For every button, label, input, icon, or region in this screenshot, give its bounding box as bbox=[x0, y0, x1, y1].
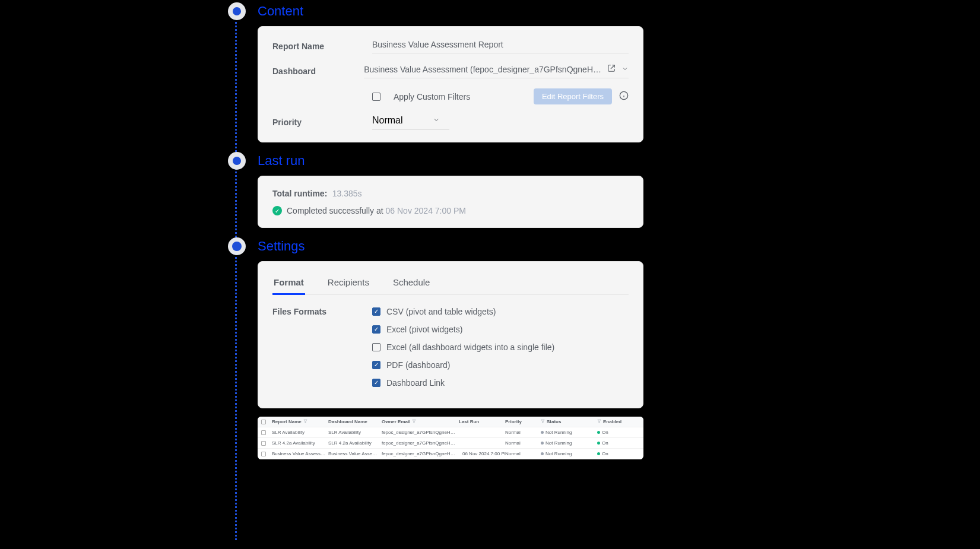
priority-value: Normal bbox=[372, 115, 403, 126]
formats-list: CSV (pivot and table widgets)Excel (pivo… bbox=[372, 307, 629, 396]
table-row[interactable]: SLR AvailabilitySLR Availabilityfepoc_de… bbox=[258, 427, 643, 438]
lastrun-status-text: Completed successfully at bbox=[287, 206, 383, 215]
row-checkbox[interactable] bbox=[261, 441, 266, 446]
status-dot-icon bbox=[541, 442, 544, 445]
col-report-name[interactable]: Report Name bbox=[272, 419, 302, 424]
cell-priority: Normal bbox=[505, 451, 541, 456]
cell-dashboard-name: Business Value Assessment bbox=[328, 451, 382, 456]
chevron-down-icon bbox=[433, 115, 440, 126]
cell-report-name: SLR 4.2a Availability bbox=[272, 440, 328, 446]
priority-select[interactable]: Normal bbox=[372, 114, 449, 130]
cell-priority: Normal bbox=[505, 440, 541, 446]
section-title-content: Content bbox=[258, 2, 643, 19]
section-title-settings: Settings bbox=[258, 237, 643, 254]
cell-report-name: SLR Availability bbox=[272, 430, 328, 435]
col-owner-email[interactable]: Owner Email bbox=[382, 419, 410, 424]
format-label: CSV (pivot and table widgets) bbox=[386, 307, 496, 316]
dashboard-label: Dashboard bbox=[272, 66, 364, 76]
chevron-down-icon[interactable] bbox=[621, 65, 629, 74]
select-all-checkbox[interactable] bbox=[261, 420, 266, 424]
reports-table: Report Name Dashboard Name Owner Email L… bbox=[258, 417, 643, 459]
report-name-input[interactable]: Business Value Assessment Report bbox=[372, 40, 629, 53]
svg-marker-3 bbox=[304, 420, 307, 423]
col-dashboard-name[interactable]: Dashboard Name bbox=[328, 419, 367, 424]
col-enabled[interactable]: Enabled bbox=[603, 419, 621, 424]
tab-schedule[interactable]: Schedule bbox=[392, 274, 432, 294]
cell-priority: Normal bbox=[505, 430, 541, 435]
status-dot-icon bbox=[541, 452, 544, 455]
format-option: PDF (dashboard) bbox=[372, 360, 629, 370]
enabled-dot-icon bbox=[597, 452, 600, 455]
format-label: PDF (dashboard) bbox=[386, 360, 450, 370]
format-checkbox[interactable] bbox=[372, 379, 380, 387]
table-header: Report Name Dashboard Name Owner Email L… bbox=[258, 417, 643, 427]
settings-card: Format Recipients Schedule Files Formats… bbox=[258, 261, 643, 408]
runtime-label: Total runtime: bbox=[272, 189, 327, 198]
format-option: CSV (pivot and table widgets) bbox=[372, 307, 629, 316]
cell-dashboard-name: SLR Availability bbox=[328, 430, 382, 435]
section-title-lastrun: Last run bbox=[258, 152, 643, 169]
filter-icon[interactable] bbox=[412, 419, 416, 424]
format-option: Excel (all dashboard widgets into a sing… bbox=[372, 342, 629, 352]
svg-marker-5 bbox=[541, 420, 544, 423]
cell-owner-email: fepoc_designer_a7GPfsnQgneHdjfkMpLOM… bbox=[382, 440, 459, 446]
cell-owner-email: fepoc_designer_a7GPfsnQgneHdjfkMpLOM… bbox=[382, 451, 459, 456]
format-label: Dashboard Link bbox=[386, 378, 445, 388]
col-status[interactable]: Status bbox=[547, 419, 561, 424]
priority-label: Priority bbox=[272, 118, 372, 127]
format-option: Dashboard Link bbox=[372, 378, 629, 388]
check-circle-icon: ✓ bbox=[272, 206, 282, 215]
cell-report-name: Business Value Assessment Report bbox=[272, 451, 328, 456]
report-name-label: Report Name bbox=[272, 42, 372, 51]
section-bullet-content bbox=[228, 2, 246, 20]
col-last-run[interactable]: Last Run bbox=[459, 419, 479, 424]
content-card: Report Name Business Value Assessment Re… bbox=[258, 26, 643, 142]
section-bullet-settings bbox=[228, 237, 246, 255]
files-formats-label: Files Formats bbox=[272, 307, 372, 396]
cell-enabled: On bbox=[597, 430, 627, 435]
lastrun-card: Total runtime: 13.385s ✓ Completed succe… bbox=[258, 176, 643, 228]
lastrun-status-time: 06 Nov 2024 7:00 PM bbox=[386, 206, 466, 215]
apply-filters-label: Apply Custom Filters bbox=[394, 92, 527, 101]
format-checkbox[interactable] bbox=[372, 343, 380, 351]
table-row[interactable]: Business Value Assessment ReportBusiness… bbox=[258, 449, 643, 459]
format-checkbox[interactable] bbox=[372, 325, 380, 334]
edit-report-filters-button[interactable]: Edit Report Filters bbox=[534, 88, 612, 104]
runtime-value: 13.385s bbox=[332, 189, 362, 198]
table-row[interactable]: SLR 4.2a AvailabilitySLR 4.2a Availabili… bbox=[258, 438, 643, 449]
cell-status: Not Running bbox=[541, 451, 597, 456]
format-checkbox[interactable] bbox=[372, 361, 380, 369]
enabled-dot-icon bbox=[597, 442, 600, 445]
apply-filters-checkbox[interactable] bbox=[372, 93, 380, 101]
cell-dashboard-name: SLR 4.2a Availability bbox=[328, 440, 382, 446]
svg-marker-6 bbox=[598, 420, 601, 423]
cell-status: Not Running bbox=[541, 430, 597, 435]
cell-last-run: 06 Nov 2024 7:00 PM bbox=[459, 451, 505, 456]
row-checkbox[interactable] bbox=[261, 452, 266, 456]
col-priority[interactable]: Priority bbox=[505, 419, 522, 424]
dashboard-value: Business Value Assessment (fepoc_designe… bbox=[364, 65, 601, 74]
external-link-icon[interactable] bbox=[607, 64, 616, 74]
format-label: Excel (all dashboard widgets into a sing… bbox=[386, 342, 554, 352]
format-label: Excel (pivot widgets) bbox=[386, 325, 462, 334]
cell-enabled: On bbox=[597, 451, 627, 456]
cell-enabled: On bbox=[597, 440, 627, 446]
filter-icon[interactable] bbox=[303, 419, 307, 424]
filter-icon[interactable] bbox=[541, 419, 545, 424]
format-checkbox[interactable] bbox=[372, 307, 380, 316]
info-icon[interactable] bbox=[619, 91, 629, 102]
settings-tabs: Format Recipients Schedule bbox=[272, 274, 629, 295]
enabled-dot-icon bbox=[597, 431, 600, 434]
tab-recipients[interactable]: Recipients bbox=[326, 274, 370, 294]
row-checkbox[interactable] bbox=[261, 430, 266, 435]
section-bullet-lastrun bbox=[228, 152, 246, 170]
tab-format[interactable]: Format bbox=[272, 274, 305, 295]
filter-icon[interactable] bbox=[597, 419, 601, 424]
cell-owner-email: fepoc_designer_a7GPfsnQgneHdjfkMpLOM… bbox=[382, 430, 459, 435]
cell-status: Not Running bbox=[541, 440, 597, 446]
status-dot-icon bbox=[541, 431, 544, 434]
format-option: Excel (pivot widgets) bbox=[372, 325, 629, 334]
svg-marker-4 bbox=[413, 420, 416, 423]
